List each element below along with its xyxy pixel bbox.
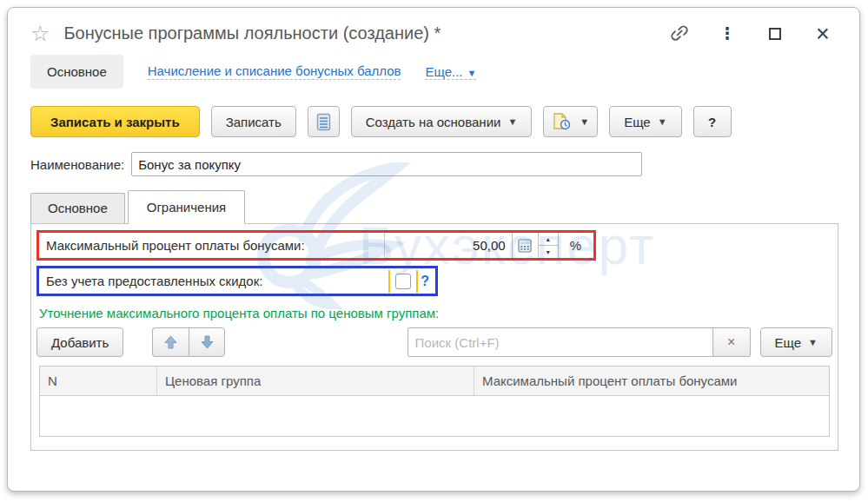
help-button[interactable]: ? <box>693 106 732 137</box>
max-percent-label: Максимальный процент оплаты бонусами: <box>39 233 384 258</box>
add-button[interactable]: Добавить <box>36 327 123 357</box>
chevron-down-icon: ▼ <box>467 68 477 78</box>
window-controls: ⋮ × <box>669 23 833 44</box>
reorder-buttons <box>152 327 225 357</box>
window-menu-icon[interactable]: ⋮ <box>717 23 738 44</box>
calculator-button[interactable] <box>512 233 538 258</box>
chevron-down-icon: ▼ <box>658 116 667 127</box>
modified-marker <box>388 270 390 293</box>
spinner: ▲ ▼ <box>538 233 559 258</box>
calculator-icon <box>518 239 532 253</box>
price-groups-toolbar: Добавить × Еще▼ <box>36 327 832 357</box>
max-percent-field: 50,00 ▲ ▼ % <box>384 233 593 258</box>
list-more-button[interactable]: Еще▼ <box>760 327 832 357</box>
nav-item-main[interactable]: Основное <box>30 55 123 89</box>
table-header: N Ценовая группа Максимальный процент оп… <box>40 367 829 396</box>
clear-search-button[interactable]: × <box>712 327 751 357</box>
form-tabs: Основное Ограничения <box>8 190 859 223</box>
field-help-link[interactable]: ? <box>418 274 435 289</box>
name-field-row: Наименование: <box>8 142 859 178</box>
spin-down-icon[interactable]: ▼ <box>539 246 558 258</box>
column-header-max-percent[interactable]: Максимальный процент оплаты бонусами <box>474 367 829 395</box>
price-groups-table: N Ценовая группа Максимальный процент оп… <box>39 366 830 437</box>
create-from-button[interactable]: Создать на основании▼ <box>351 106 533 137</box>
command-bar: Записать и закрыть Записать Создать на о… <box>8 99 859 142</box>
tab-restrictions[interactable]: Ограничения <box>128 190 245 223</box>
close-icon[interactable]: × <box>812 23 833 44</box>
more-button[interactable]: Еще▼ <box>609 106 681 137</box>
column-header-price-group[interactable]: Ценовая группа <box>157 367 474 395</box>
arrow-up-icon <box>164 335 177 349</box>
nav-more-menu[interactable]: Еще...▼ <box>425 64 476 80</box>
without-discounts-label: Без учета предоставленных скидок: <box>39 268 388 294</box>
favorite-star-icon[interactable]: ☆ <box>30 23 50 44</box>
search-box: × <box>407 327 751 357</box>
save-button[interactable]: Записать <box>211 106 296 137</box>
save-and-close-button[interactable]: Записать и закрыть <box>30 106 200 137</box>
document-clock-button[interactable]: ▼ <box>543 106 598 137</box>
column-header-number[interactable]: N <box>40 367 157 395</box>
list-icon-button[interactable] <box>308 106 340 137</box>
nav-link-bonus-points[interactable]: Начисление и списание бонусных баллов <box>148 63 401 80</box>
without-discounts-row: Без учета предоставленных скидок: ? <box>36 266 438 296</box>
tab-main[interactable]: Основное <box>30 193 125 223</box>
name-input[interactable] <box>131 152 642 176</box>
chevron-down-icon: ▼ <box>507 116 517 127</box>
maximize-icon[interactable] <box>765 23 785 44</box>
restrictions-panel: Максимальный процент оплаты бонусами: 50… <box>30 223 838 451</box>
search-input[interactable] <box>407 327 713 357</box>
price-groups-hint: Уточнение максимального процента оплаты … <box>39 306 832 320</box>
move-down-button[interactable] <box>189 327 225 357</box>
without-discounts-checkbox[interactable] <box>395 274 411 289</box>
list-icon <box>316 113 331 131</box>
max-percent-input[interactable]: 50,00 <box>385 233 512 258</box>
spin-up-icon[interactable]: ▲ <box>539 233 558 246</box>
percent-sign: % <box>559 233 593 258</box>
page-title: Бонусные программы лояльности (создание)… <box>63 23 659 43</box>
copy-link-icon[interactable] <box>669 23 690 44</box>
app-window: ☆ Бонусные программы лояльности (создани… <box>7 7 860 492</box>
table-empty-body[interactable] <box>40 396 829 436</box>
max-percent-row: Максимальный процент оплаты бонусами: 50… <box>36 230 596 261</box>
title-bar: ☆ Бонусные программы лояльности (создани… <box>8 8 859 50</box>
document-clock-icon <box>552 112 573 131</box>
name-field-label: Наименование: <box>30 157 124 172</box>
chevron-down-icon: ▼ <box>580 116 589 127</box>
nav-bar: Основное Начисление и списание бонусных … <box>8 50 859 99</box>
chevron-down-icon: ▼ <box>808 337 818 347</box>
arrow-down-icon <box>201 335 214 349</box>
move-up-button[interactable] <box>152 327 189 357</box>
